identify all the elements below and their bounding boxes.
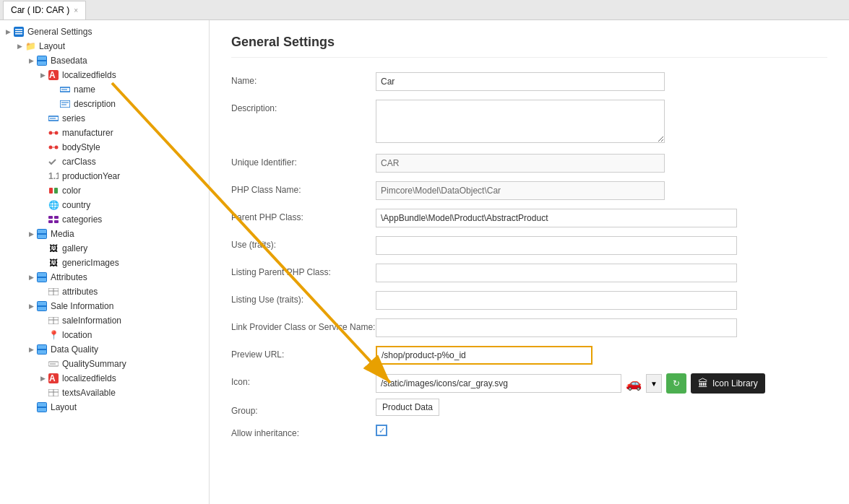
sidebar-item-localizedfields-2[interactable]: ▶ A localizedfields <box>0 371 209 386</box>
group-badge: Product Data <box>376 399 439 416</box>
spacer <box>38 171 48 181</box>
table3-icon <box>48 387 59 399</box>
field-php-class-control <box>376 181 827 200</box>
toggle-icon[interactable]: ▶ <box>26 272 36 282</box>
name-input[interactable] <box>376 72 665 91</box>
link-provider-input[interactable] <box>376 318 737 337</box>
sidebar-item-textsavailable[interactable]: textsAvailable <box>0 386 209 400</box>
tab-close[interactable]: × <box>74 6 78 14</box>
car-tab[interactable]: Car ( ID: CAR ) × <box>3 1 86 19</box>
svg-rect-46 <box>38 350 46 354</box>
spacer <box>38 359 48 369</box>
spacer <box>38 287 48 297</box>
page-wrapper: Car ( ID: CAR ) × ▶ General Settings ▶ � <box>0 0 849 504</box>
spacer <box>38 388 48 398</box>
toggle-icon[interactable]: ▶ <box>26 56 36 66</box>
sidebar-item-qualitysummary[interactable]: QualitySummary <box>0 357 209 371</box>
description-textarea[interactable] <box>376 100 665 143</box>
svg-rect-45 <box>38 345 46 349</box>
sidebar-item-label: bodyStyle <box>62 142 100 152</box>
sidebar-item-location[interactable]: 📍 location <box>0 328 209 342</box>
sidebar-item-attributes-group[interactable]: ▶ Attributes <box>0 270 209 284</box>
sidebar-item-basedata[interactable]: ▶ Basedata <box>0 53 209 68</box>
field-icon-row: Icon: 🚗 ▼ ↻ 🏛 Icon Library <box>231 373 827 394</box>
sidebar-item-gallery[interactable]: 🖼 gallery <box>0 241 209 256</box>
table-icon <box>48 286 59 297</box>
toggle-icon[interactable]: ▶ <box>38 70 48 80</box>
sidebar-item-productionyear[interactable]: 1.1 productionYear <box>0 169 209 183</box>
toggle-icon[interactable]: ▶ <box>14 41 25 51</box>
car-preview-icon: 🚗 <box>626 375 642 391</box>
toggle-icon[interactable]: ▶ <box>38 373 48 383</box>
svg-rect-5 <box>38 56 46 60</box>
icon-row-container: 🚗 ▼ ↻ 🏛 Icon Library <box>376 373 827 394</box>
table2-icon <box>48 315 59 326</box>
sidebar-item-attributes[interactable]: attributes <box>0 284 209 299</box>
toggle-icon[interactable]: ▶ <box>3 27 13 37</box>
sidebar-item-data-quality[interactable]: ▶ Data Quality <box>0 342 209 357</box>
spacer <box>38 142 48 152</box>
sidebar-item-manufacturer[interactable]: manufacturer <box>0 126 209 140</box>
sidebar-item-label: Layout <box>51 402 77 412</box>
sidebar-inner: ▶ General Settings ▶ 📁 Layout ▶ <box>0 20 209 419</box>
field-listing-traits-label: Listing Use (traits): <box>231 291 376 305</box>
field-preview-url-row: Preview URL: <box>231 346 827 365</box>
quality-field-icon <box>48 358 59 370</box>
sidebar-item-sale-information[interactable]: ▶ Sale Information <box>0 299 209 313</box>
svg-text:1.1: 1.1 <box>48 173 59 180</box>
sidebar-item-media[interactable]: ▶ Media <box>0 227 209 241</box>
field-traits-label: Use (traits): <box>231 236 376 250</box>
inheritance-checkbox[interactable]: ✓ <box>376 425 387 436</box>
sidebar-item-categories[interactable]: categories <box>0 212 209 227</box>
block-quality-icon <box>36 344 48 355</box>
toggle-icon[interactable]: ▶ <box>26 301 36 311</box>
field-name-label: Name: <box>231 72 376 86</box>
field-group-row: Group: Product Data <box>231 402 827 416</box>
parent-php-input[interactable] <box>376 209 737 227</box>
toggle-icon[interactable]: ▶ <box>26 229 36 239</box>
icon-dropdown-button[interactable]: ▼ <box>646 374 662 393</box>
reload-button[interactable]: ↻ <box>666 373 686 394</box>
field-listing-parent-control <box>376 264 827 282</box>
sidebar-item-name[interactable]: name <box>0 82 209 97</box>
sidebar-item-genericimages[interactable]: 🖼 genericImages <box>0 256 209 270</box>
toggle-icon[interactable]: ▶ <box>26 344 36 355</box>
sidebar-item-label: gallery <box>62 243 87 253</box>
sidebar-item-label: country <box>62 200 90 210</box>
svg-point-19 <box>49 146 53 149</box>
sidebar-item-localizedfields-1[interactable]: ▶ A localizedfields <box>0 68 209 82</box>
text-field2-icon <box>59 98 71 110</box>
spacer <box>38 157 48 167</box>
sidebar-item-general-settings[interactable]: ▶ General Settings <box>0 25 209 39</box>
sidebar-item-label: textsAvailable <box>62 388 116 398</box>
sidebar-item-carclass[interactable]: carClass <box>0 155 209 169</box>
spacer <box>49 99 59 109</box>
sidebar-item-saleinformation[interactable]: saleInformation <box>0 313 209 328</box>
relation2-icon <box>48 142 59 153</box>
page-title: General Settings <box>231 35 827 58</box>
sidebar-item-label: localizedfields <box>62 70 116 80</box>
svg-rect-30 <box>38 230 46 233</box>
sidebar-item-layout[interactable]: ▶ 📁 Layout <box>0 39 209 53</box>
preview-url-input[interactable] <box>376 346 592 365</box>
icon-library-button[interactable]: 🏛 Icon Library <box>691 373 765 394</box>
listing-traits-input[interactable] <box>376 291 737 310</box>
sidebar-item-label: name <box>74 84 95 95</box>
listing-parent-input[interactable] <box>376 264 737 282</box>
spacer <box>38 243 48 253</box>
sidebar-item-country[interactable]: 🌐 country <box>0 198 209 212</box>
localized-icon: A <box>48 69 59 81</box>
localized2-icon: A <box>48 373 59 384</box>
sidebar-item-bodystyle[interactable]: bodyStyle <box>0 140 209 155</box>
relation-icon <box>48 127 59 139</box>
icon-path-input[interactable] <box>376 374 621 393</box>
sidebar-item-label: General Settings <box>27 27 92 37</box>
sidebar-item-series[interactable]: series <box>0 111 209 126</box>
sidebar-item-description[interactable]: description <box>0 97 209 111</box>
sidebar-item-color[interactable]: color <box>0 183 209 198</box>
svg-point-20 <box>55 146 59 149</box>
svg-rect-28 <box>54 220 59 223</box>
traits-input[interactable] <box>376 236 737 255</box>
svg-rect-11 <box>60 100 70 108</box>
sidebar-item-layout-2[interactable]: Layout <box>0 400 209 414</box>
